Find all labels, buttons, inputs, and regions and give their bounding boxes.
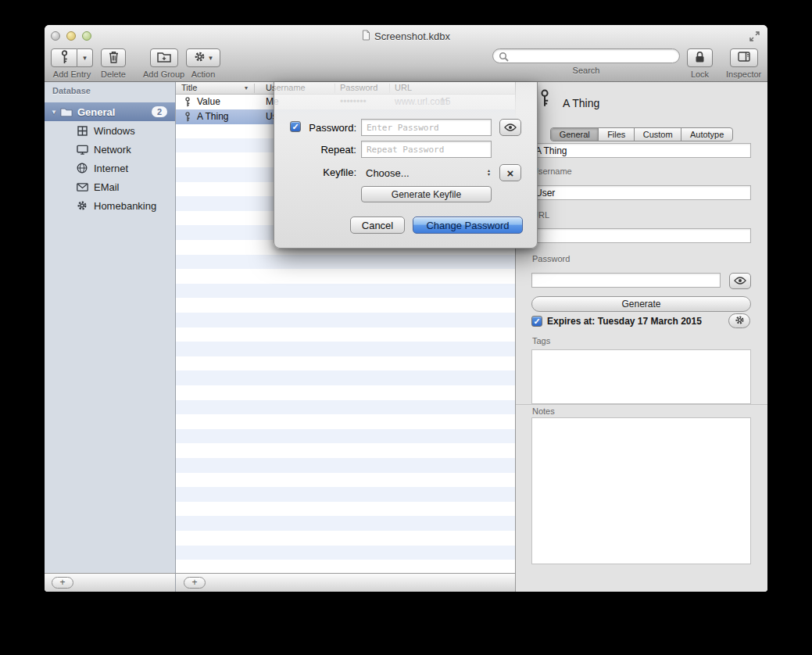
add-group-button[interactable] (150, 48, 178, 67)
sidebar-item-homebanking[interactable]: Homebanking (45, 196, 175, 215)
keyfile-popup-value: Choose... (366, 167, 410, 179)
sheet-repeat-label: Repeat: (274, 144, 356, 156)
sidebar-item-label: Homebanking (94, 200, 156, 212)
desktop-background: Screenshot.kdbx ▾ Add E (0, 0, 812, 655)
clear-keyfile-button[interactable]: × (499, 164, 521, 181)
search-input[interactable] (510, 50, 674, 62)
add-entry-dropdown-button[interactable]: ▾ (77, 48, 93, 67)
inspector-button[interactable] (730, 48, 758, 67)
add-group-item: Add Group (143, 48, 184, 79)
lock-icon (695, 51, 705, 66)
inspector-entry-title: A Thing (563, 97, 599, 109)
disclosure-triangle-icon[interactable]: ▼ (51, 109, 60, 116)
sheet-repeat-input[interactable] (361, 141, 492, 158)
add-entry-item: ▾ Add Entry (51, 48, 93, 79)
sidebar-item-label: EMail (94, 181, 120, 193)
fullscreen-icon[interactable] (749, 31, 760, 42)
generate-password-button[interactable]: Generate (531, 296, 751, 312)
chevron-down-icon: ▾ (209, 55, 213, 62)
trash-icon (109, 51, 119, 66)
sidebar-item-internet[interactable]: Internet (45, 159, 175, 177)
sidebar-group-label: General (77, 106, 115, 118)
expires-label: Expires at: Tuesday 17 March 2015 (547, 316, 702, 327)
sidebar-footer: + (45, 573, 176, 592)
add-entry-button[interactable] (51, 48, 77, 67)
search-item: Search (492, 48, 680, 75)
username-field[interactable] (531, 185, 751, 200)
lock-button[interactable] (687, 48, 713, 67)
key-icon (184, 97, 191, 107)
sidebar-item-label: Internet (94, 163, 128, 174)
sheet-password-label: Password: (274, 122, 356, 134)
inspector-item: Inspector (726, 48, 761, 79)
window-chrome: Screenshot.kdbx ▾ Add E (45, 25, 767, 82)
title-field[interactable] (531, 143, 751, 158)
entry-title: A Thing (197, 111, 228, 122)
app-window: Screenshot.kdbx ▾ Add E (45, 25, 767, 592)
delete-button[interactable] (101, 48, 126, 67)
action-label: Action (191, 70, 216, 79)
stepper-icon: ▴ ▾ (488, 169, 490, 177)
add-group-footer-button[interactable]: + (52, 577, 73, 589)
folder-plus-icon (157, 52, 171, 65)
inspector-divider (516, 404, 767, 405)
sidebar-item-email[interactable]: EMail (45, 177, 175, 196)
sheet-keyfile-label: Keyfile: (274, 166, 356, 178)
search-icon (499, 52, 509, 62)
entry-list-footer: + (176, 573, 516, 592)
change-password-button[interactable]: Change Password (413, 217, 523, 234)
tags-field[interactable] (531, 349, 751, 404)
gear-icon (194, 51, 206, 65)
inspector-panel-icon (738, 52, 750, 64)
document-icon (362, 30, 370, 43)
sidebar-item-label: Network (94, 144, 131, 156)
add-entry-footer-button[interactable]: + (184, 577, 206, 589)
change-password-sheet: ✓ Password: Repeat: Keyfile: Choose... ▴… (274, 82, 538, 249)
windows-icon (76, 126, 88, 136)
entry-count-badge: 2 (152, 106, 167, 117)
tab-custom[interactable]: Custom (635, 128, 681, 141)
column-header-title[interactable]: Title (181, 83, 197, 92)
generate-keyfile-button[interactable]: Generate Keyfile (361, 186, 492, 202)
lock-item: Lock (687, 48, 713, 79)
homebanking-icon (76, 200, 88, 211)
key-icon (184, 112, 191, 122)
stepper-down-icon: ▾ (488, 173, 490, 177)
group-sidebar: Database ▼ General 2 Windows Network (45, 82, 176, 573)
tab-general[interactable]: General (551, 128, 599, 141)
notes-label: Notes (532, 406, 555, 416)
window-title-bar: Screenshot.kdbx (45, 30, 767, 43)
reveal-password-button[interactable] (729, 273, 751, 289)
inspector-panel: A Thing General Files Custom Autotype Us… (516, 82, 767, 592)
add-entry-label: Add Entry (53, 70, 91, 79)
notes-field[interactable] (531, 417, 751, 564)
sheet-reveal-password-button[interactable] (499, 119, 521, 136)
username-label: Username (532, 166, 572, 176)
sort-arrow-icon: ▾ (245, 84, 248, 91)
keyfile-popup[interactable]: Choose... ▴ ▾ (361, 164, 492, 181)
url-field[interactable] (531, 228, 751, 243)
lock-label: Lock (691, 70, 709, 79)
envelope-icon (76, 183, 88, 191)
action-button[interactable]: ▾ (186, 48, 220, 67)
sidebar-item-windows[interactable]: Windows (45, 121, 175, 140)
column-divider[interactable] (254, 84, 255, 93)
expires-checkbox[interactable]: ✓ (531, 316, 542, 327)
action-item: ▾ Action (186, 48, 220, 79)
sidebar-item-network[interactable]: Network (45, 140, 175, 159)
delete-label: Delete (101, 70, 126, 79)
delete-item: Delete (101, 48, 126, 79)
chevron-down-icon: ▾ (83, 55, 87, 62)
inspector-tabs: General Files Custom Autotype (550, 127, 733, 141)
search-label: Search (573, 66, 600, 75)
network-icon (76, 145, 88, 155)
sidebar-group-general[interactable]: ▼ General 2 (45, 102, 175, 121)
sidebar-header: Database (52, 86, 91, 95)
inspector-label: Inspector (726, 70, 761, 79)
cancel-button[interactable]: Cancel (350, 217, 405, 234)
password-field[interactable] (531, 273, 721, 288)
sheet-password-input[interactable] (361, 119, 492, 136)
expires-settings-button[interactable] (728, 313, 750, 328)
tab-files[interactable]: Files (599, 128, 635, 141)
tab-autotype[interactable]: Autotype (681, 128, 732, 141)
